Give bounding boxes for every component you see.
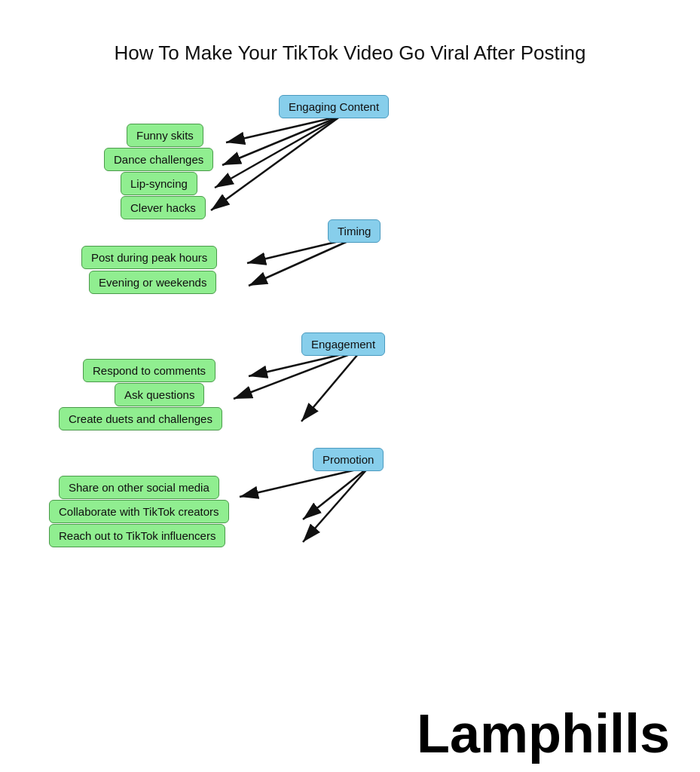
funny-skits-node: Funny skits xyxy=(127,124,203,147)
dance-challenges-node: Dance challenges xyxy=(104,148,213,171)
reach-out-node: Reach out to TikTok influencers xyxy=(49,524,225,547)
svg-line-2 xyxy=(222,116,341,165)
timing-node: Timing xyxy=(328,219,381,243)
ask-questions-node: Ask questions xyxy=(115,383,204,406)
svg-line-1 xyxy=(226,116,341,142)
evening-weekends-node: Evening or weekends xyxy=(89,271,216,294)
svg-line-12 xyxy=(303,467,369,542)
page-title: How To Make Your TikTok Video Go Viral A… xyxy=(0,0,700,72)
svg-line-8 xyxy=(234,350,362,399)
post-during-peak-node: Post during peak hours xyxy=(81,246,217,269)
svg-line-11 xyxy=(303,467,369,519)
respond-comments-node: Respond to comments xyxy=(83,359,216,382)
lip-syncing-node: Lip-syncing xyxy=(121,172,197,195)
collaborate-node: Collaborate with TikTok creators xyxy=(49,500,229,523)
svg-line-9 xyxy=(301,350,362,421)
engaging-content-node: Engaging Content xyxy=(279,95,389,118)
create-duets-node: Create duets and challenges xyxy=(59,407,222,430)
clever-hacks-node: Clever hacks xyxy=(121,196,206,219)
svg-line-4 xyxy=(211,116,341,210)
arrows-svg xyxy=(0,72,700,728)
engagement-node: Engagement xyxy=(301,332,385,356)
share-social-node: Share on other social media xyxy=(59,476,219,499)
svg-line-3 xyxy=(215,116,341,188)
brand-name: Lamphills xyxy=(417,703,670,764)
svg-line-6 xyxy=(249,237,358,286)
svg-line-10 xyxy=(240,467,369,497)
diagram-area: Engaging Content Funny skits Dance chall… xyxy=(0,72,700,728)
promotion-node: Promotion xyxy=(313,448,384,471)
